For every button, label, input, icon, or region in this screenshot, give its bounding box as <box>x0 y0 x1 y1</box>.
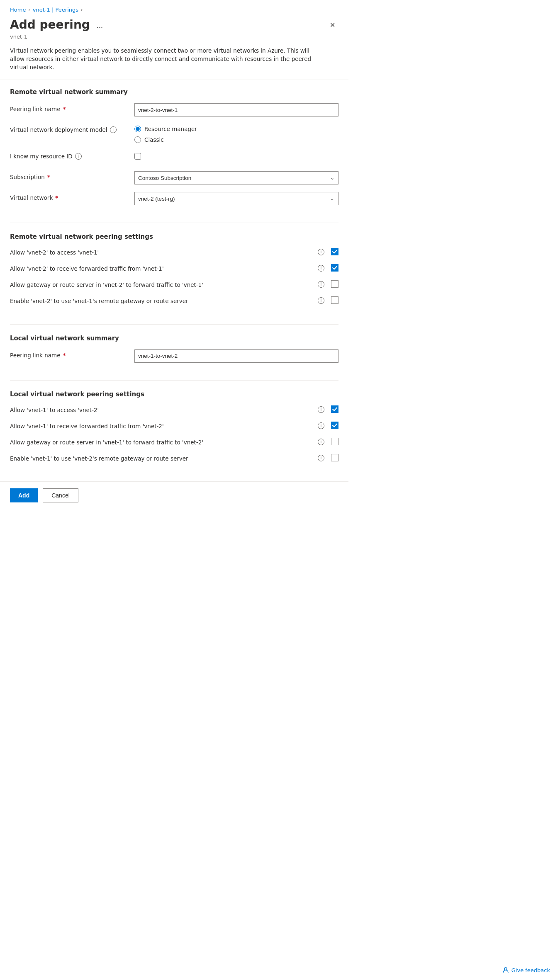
cancel-button[interactable]: Cancel <box>43 488 78 502</box>
breadcrumb-chevron-1: › <box>28 7 30 12</box>
remote-peering-settings-section: Remote virtual network peering settings … <box>0 233 348 324</box>
allow-forwarded-local-info-icon[interactable]: i <box>318 422 324 429</box>
vnet-required-star: * <box>55 194 58 201</box>
breadcrumb: Home › vnet-1 | Peerings › <box>0 0 348 16</box>
subscription-label: Subscription * <box>10 171 134 180</box>
subscription-control: Contoso Subscription ⌄ <box>134 171 338 184</box>
resource-id-label: I know my resource ID i <box>10 150 134 160</box>
allow-access-local-info-icon[interactable]: i <box>318 406 324 413</box>
remote-summary-divider <box>10 223 338 223</box>
virtual-network-control: vnet-2 (test-rg) ⌄ <box>134 192 338 205</box>
remote-summary-title: Remote virtual network summary <box>10 88 338 96</box>
header-left: Add peering ... <box>10 18 105 32</box>
resource-id-checkbox[interactable] <box>134 153 141 160</box>
setting-row-allow-gateway-remote: Allow gateway or route server in 'vnet-2… <box>10 280 338 289</box>
deployment-model-row: Virtual network deployment model i Resou… <box>10 124 338 143</box>
local-peering-link-control <box>134 349 338 363</box>
local-summary-section: Local virtual network summary Peering li… <box>0 335 348 380</box>
peering-link-input[interactable] <box>134 103 338 116</box>
subscription-row: Subscription * Contoso Subscription ⌄ <box>10 171 338 184</box>
allow-forwarded-remote-checkbox[interactable] <box>331 264 338 272</box>
allow-gateway-local-checkbox[interactable] <box>331 438 338 445</box>
deployment-model-label: Virtual network deployment model i <box>10 124 134 133</box>
setting-label-allow-forwarded-remote: Allow 'vnet-2' to receive forwarded traf… <box>10 264 324 273</box>
allow-forwarded-remote-check <box>331 264 338 272</box>
page-subtitle: vnet-1 <box>0 34 348 41</box>
peering-link-control <box>134 103 338 116</box>
radio-classic[interactable]: Classic <box>134 136 338 143</box>
allow-access-remote-info-icon[interactable]: i <box>318 249 324 255</box>
allow-access-local-checkbox[interactable] <box>331 405 338 413</box>
peering-link-label: Peering link name * <box>10 103 134 112</box>
subscription-select[interactable]: Contoso Subscription <box>134 171 338 184</box>
allow-gateway-local-check <box>331 438 338 445</box>
radio-resource-manager[interactable]: Resource manager <box>134 126 338 132</box>
enable-gateway-remote-checkbox[interactable] <box>331 296 338 304</box>
local-peering-link-input[interactable] <box>134 349 338 363</box>
peering-link-row: Peering link name * <box>10 103 338 116</box>
more-options-button[interactable]: ... <box>94 19 105 32</box>
remote-settings-divider <box>10 324 338 325</box>
allow-forwarded-remote-info-icon[interactable]: i <box>318 265 324 272</box>
enable-gateway-local-info-icon[interactable]: i <box>318 455 324 461</box>
add-button[interactable]: Add <box>10 488 38 502</box>
local-peering-required-star: * <box>63 352 66 359</box>
breadcrumb-vnet-peerings[interactable]: vnet-1 | Peerings <box>33 7 78 13</box>
allow-gateway-remote-checkbox[interactable] <box>331 280 338 288</box>
resource-id-control <box>134 150 338 160</box>
allow-access-local-check <box>331 405 338 413</box>
enable-gateway-remote-info-icon[interactable]: i <box>318 297 324 304</box>
local-peering-link-row: Peering link name * <box>10 349 338 363</box>
local-peering-settings-title: Local virtual network peering settings <box>10 391 338 398</box>
resource-id-row: I know my resource ID i <box>10 150 338 164</box>
resource-id-info-icon[interactable]: i <box>75 153 82 160</box>
allow-gateway-remote-check <box>331 280 338 288</box>
footer: Add Cancel <box>0 481 348 509</box>
setting-label-allow-forwarded-local: Allow 'vnet-1' to receive forwarded traf… <box>10 422 324 430</box>
setting-label-allow-access-remote: Allow 'vnet-2' to access 'vnet-1' i <box>10 248 324 257</box>
virtual-network-label: Virtual network * <box>10 192 134 201</box>
setting-label-enable-gateway-remote: Enable 'vnet-2' to use 'vnet-1's remote … <box>10 296 324 305</box>
allow-gateway-local-info-icon[interactable]: i <box>318 439 324 445</box>
setting-label-allow-gateway-remote: Allow gateway or route server in 'vnet-2… <box>10 280 324 289</box>
page-description: Virtual network peering enables you to s… <box>0 41 324 80</box>
setting-row-allow-access-local: Allow 'vnet-1' to access 'vnet-2' i <box>10 405 338 414</box>
page-title: Add peering <box>10 18 90 32</box>
local-peering-link-label: Peering link name * <box>10 349 134 359</box>
header-divider <box>0 80 348 80</box>
remote-peering-settings-title: Remote virtual network peering settings <box>10 233 338 240</box>
local-summary-title: Local virtual network summary <box>10 335 338 342</box>
setting-row-allow-access-remote: Allow 'vnet-2' to access 'vnet-1' i <box>10 248 338 257</box>
setting-label-allow-gateway-local: Allow gateway or route server in 'vnet-1… <box>10 438 324 446</box>
deployment-model-control: Resource manager Classic <box>134 124 338 143</box>
enable-gateway-local-check <box>331 454 338 461</box>
subscription-required-star: * <box>47 174 50 180</box>
deployment-model-radio-group: Resource manager Classic <box>134 124 338 143</box>
breadcrumb-chevron-2: › <box>81 7 83 12</box>
vnet-select[interactable]: vnet-2 (test-rg) <box>134 192 338 205</box>
setting-label-enable-gateway-local: Enable 'vnet-1' to use 'vnet-2's remote … <box>10 454 324 463</box>
allow-gateway-remote-info-icon[interactable]: i <box>318 281 324 288</box>
setting-row-allow-forwarded-local: Allow 'vnet-1' to receive forwarded traf… <box>10 422 338 430</box>
remote-summary-section: Remote virtual network summary Peering l… <box>0 88 348 223</box>
local-peering-settings-section: Local virtual network peering settings A… <box>0 391 348 482</box>
enable-gateway-remote-check <box>331 296 338 304</box>
page-header: Add peering ... ✕ <box>0 16 348 34</box>
setting-row-allow-forwarded-remote: Allow 'vnet-2' to receive forwarded traf… <box>10 264 338 273</box>
enable-gateway-local-checkbox[interactable] <box>331 454 338 461</box>
allow-forwarded-local-checkbox[interactable] <box>331 422 338 429</box>
allow-access-remote-checkbox[interactable] <box>331 248 338 255</box>
setting-row-enable-gateway-local: Enable 'vnet-1' to use 'vnet-2's remote … <box>10 454 338 463</box>
allow-forwarded-local-check <box>331 422 338 429</box>
setting-label-allow-access-local: Allow 'vnet-1' to access 'vnet-2' i <box>10 405 324 414</box>
allow-access-remote-check <box>331 248 338 255</box>
breadcrumb-home[interactable]: Home <box>10 7 26 13</box>
virtual-network-row: Virtual network * vnet-2 (test-rg) ⌄ <box>10 192 338 205</box>
vnet-select-wrapper: vnet-2 (test-rg) ⌄ <box>134 192 338 205</box>
setting-row-allow-gateway-local: Allow gateway or route server in 'vnet-1… <box>10 438 338 446</box>
setting-row-enable-gateway-remote: Enable 'vnet-2' to use 'vnet-1's remote … <box>10 296 338 305</box>
deployment-model-info-icon[interactable]: i <box>110 126 117 133</box>
local-summary-divider <box>10 380 338 381</box>
subscription-select-wrapper: Contoso Subscription ⌄ <box>134 171 338 184</box>
close-button[interactable]: ✕ <box>326 19 338 31</box>
